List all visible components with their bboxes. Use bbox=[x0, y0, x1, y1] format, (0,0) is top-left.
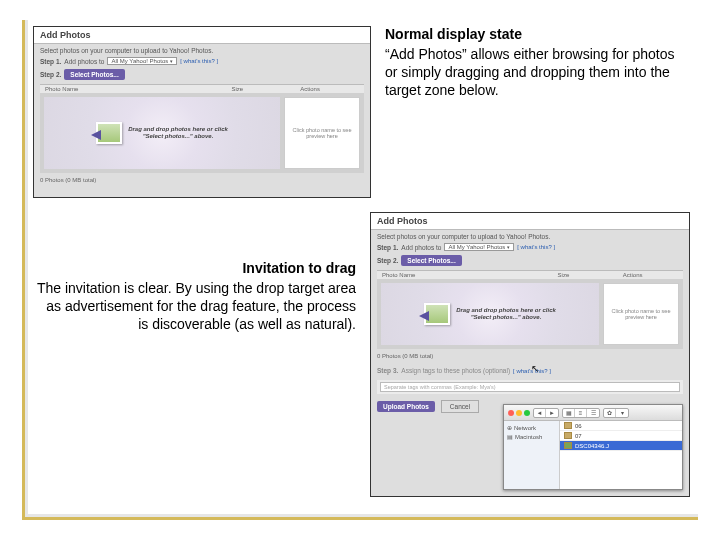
list-item[interactable]: 06 bbox=[560, 421, 682, 431]
sidebar-item-disk[interactable]: ▤Macintosh bbox=[507, 432, 556, 441]
step-3-label: Step 3. bbox=[377, 367, 398, 374]
album-dropdown-value-b: All My Yahoo! Photos bbox=[448, 244, 505, 250]
screenshot-drag-invitation: Add Photos Select photos on your compute… bbox=[370, 212, 690, 497]
step-2-label: Step 2. bbox=[40, 71, 61, 78]
gear-icon: ✿ bbox=[604, 409, 616, 417]
row-normal-state: Add Photos Select photos on your compute… bbox=[33, 26, 690, 198]
step-1-row-b: Step 1. Add photos to All My Yahoo! Phot… bbox=[371, 241, 689, 253]
file-browser-sidebar: ⊕Network ▤Macintosh bbox=[504, 421, 560, 489]
step-1-row: Step 1. Add photos to All My Yahoo! Phot… bbox=[34, 55, 370, 67]
file-browser-toolbar: ◄► ▦≡☰ ✿▾ bbox=[504, 405, 682, 421]
col-size: Size bbox=[226, 85, 295, 93]
list-item[interactable]: 07 bbox=[560, 431, 682, 441]
upload-panel: Photo Name Size Actions Drag and drop ph… bbox=[40, 84, 364, 173]
cancel-button[interactable]: Cancel bbox=[441, 400, 479, 413]
list-item-selected[interactable]: DSC04346.J bbox=[560, 441, 682, 451]
step-3-text: Assign tags to these photos (optional) bbox=[401, 367, 510, 374]
tag-input[interactable]: Separate tags with commas (Example: Mya'… bbox=[380, 382, 680, 392]
action-dropdown[interactable]: ✿▾ bbox=[603, 408, 629, 418]
step-1-text-b: Add photos to bbox=[401, 244, 441, 251]
tag-input-row: Separate tags with commas (Example: Mya'… bbox=[377, 380, 683, 394]
app-title: Add Photos bbox=[34, 27, 370, 44]
forward-icon[interactable]: ► bbox=[546, 409, 558, 417]
step-1-label: Step 1. bbox=[40, 58, 61, 65]
screenshot-normal-state: Add Photos Select photos on your compute… bbox=[33, 26, 371, 198]
upload-panel-b: Photo Name Size Actions Drag and drop ph… bbox=[377, 270, 683, 349]
chevron-down-icon: ▾ bbox=[170, 58, 173, 64]
preview-box-b: Click photo name to see preview here bbox=[603, 283, 679, 345]
caption-invitation: Invitation to drag The invitation is cle… bbox=[33, 212, 356, 497]
column-view-icon[interactable]: ☰ bbox=[587, 409, 599, 417]
caption-normal-state: Normal display state “Add Photos” allows… bbox=[385, 26, 690, 198]
step-1-label-b: Step 1. bbox=[377, 244, 398, 251]
album-dropdown-value: All My Yahoo! Photos bbox=[111, 58, 168, 64]
caption-heading-2: Invitation to drag bbox=[33, 260, 356, 278]
whats-this-link-b[interactable]: [ what's this? ] bbox=[517, 244, 555, 250]
sidebar-item-network[interactable]: ⊕Network bbox=[507, 423, 556, 432]
col-actions: Actions bbox=[295, 85, 364, 93]
col-photo-name: Photo Name bbox=[40, 85, 226, 93]
col-photo-name-b: Photo Name bbox=[377, 271, 553, 279]
drop-target-zone[interactable]: Drag and drop photos here or click "Sele… bbox=[44, 97, 280, 169]
select-photos-button[interactable]: Select Photos... bbox=[64, 69, 124, 80]
file-browser-list[interactable]: 06 07 DSC04346.J bbox=[560, 421, 682, 489]
app-instruction: Select photos on your computer to upload… bbox=[34, 44, 370, 55]
globe-icon: ⊕ bbox=[507, 424, 512, 431]
folder-icon bbox=[564, 432, 572, 439]
image-file-icon bbox=[564, 442, 572, 449]
whats-this-link-c[interactable]: [ what's this? ] bbox=[513, 368, 551, 374]
col-size-b: Size bbox=[553, 271, 618, 279]
upload-button[interactable]: Upload Photos bbox=[377, 401, 435, 412]
column-headers-b: Photo Name Size Actions bbox=[377, 270, 683, 279]
back-icon[interactable]: ◄ bbox=[534, 409, 546, 417]
nav-back-forward[interactable]: ◄► bbox=[533, 408, 559, 418]
photo-drop-icon-b bbox=[424, 303, 450, 325]
step-2-row-b: Step 2. Select Photos... bbox=[371, 253, 689, 268]
drop-zone-text-b: Drag and drop photos here or click "Sele… bbox=[456, 307, 556, 320]
step-2-label-b: Step 2. bbox=[377, 257, 398, 264]
caption-body-1: “Add Photos” allows either browsing for … bbox=[385, 46, 674, 98]
app-instruction-2: Select photos on your computer to upload… bbox=[371, 230, 689, 241]
step-2-row: Step 2. Select Photos... bbox=[34, 67, 370, 82]
chevron-down-icon: ▾ bbox=[616, 409, 628, 417]
step-1-text: Add photos to bbox=[64, 58, 104, 65]
column-headers: Photo Name Size Actions bbox=[40, 84, 364, 93]
slide-frame: Add Photos Select photos on your compute… bbox=[22, 20, 698, 520]
row-invitation-drag: Invitation to drag The invitation is cle… bbox=[33, 212, 690, 497]
col-actions-b: Actions bbox=[618, 271, 683, 279]
icon-view-icon[interactable]: ▦ bbox=[563, 409, 575, 417]
album-dropdown-b[interactable]: All My Yahoo! Photos ▾ bbox=[444, 243, 514, 251]
drop-zone-text: Drag and drop photos here or click "Sele… bbox=[128, 126, 228, 139]
app-title-2: Add Photos bbox=[371, 213, 689, 230]
preview-box: Click photo name to see preview here bbox=[284, 97, 360, 169]
traffic-lights[interactable] bbox=[508, 410, 530, 416]
disk-icon: ▤ bbox=[507, 433, 513, 440]
photo-count-footer-b: 0 Photos (0 MB total) bbox=[371, 349, 689, 363]
select-photos-button-b[interactable]: Select Photos... bbox=[401, 255, 461, 266]
caption-heading-1: Normal display state bbox=[385, 26, 690, 44]
folder-icon bbox=[564, 422, 572, 429]
drop-target-zone-b[interactable]: Drag and drop photos here or click "Sele… bbox=[381, 283, 599, 345]
caption-body-2: The invitation is clear. By using the dr… bbox=[37, 280, 356, 332]
step-3-row: Step 3. Assign tags to these photos (opt… bbox=[371, 365, 689, 376]
whats-this-link[interactable]: [ what's this? ] bbox=[180, 58, 218, 64]
view-mode-segmented[interactable]: ▦≡☰ bbox=[562, 408, 600, 418]
list-view-icon[interactable]: ≡ bbox=[575, 409, 587, 417]
photo-count-footer: 0 Photos (0 MB total) bbox=[34, 173, 370, 187]
chevron-down-icon: ▾ bbox=[507, 244, 510, 250]
photo-drop-icon bbox=[96, 122, 122, 144]
album-dropdown[interactable]: All My Yahoo! Photos ▾ bbox=[107, 57, 177, 65]
file-browser-window[interactable]: ◄► ▦≡☰ ✿▾ ⊕Network ▤Macintosh 06 07 DSC0… bbox=[503, 404, 683, 490]
